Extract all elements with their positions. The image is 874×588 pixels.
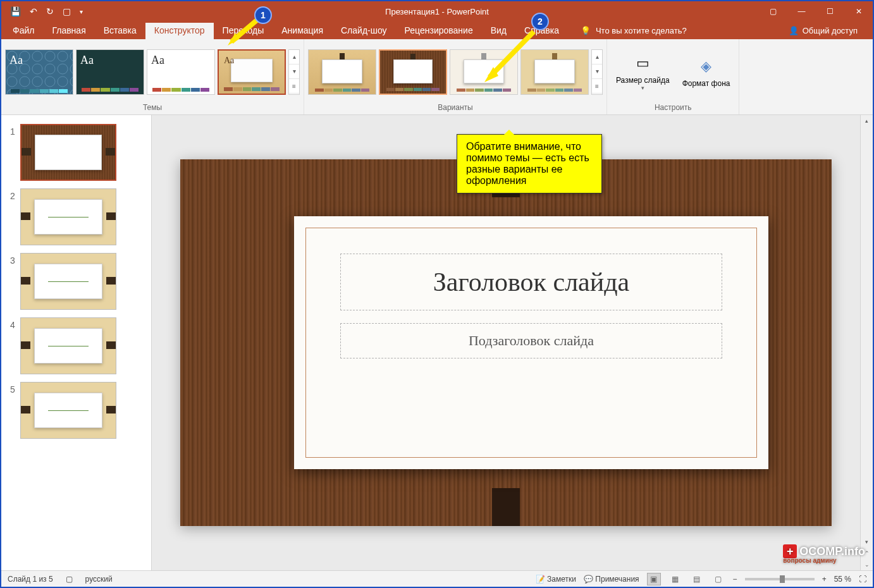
window-controls: ▢ — ☐ ✕	[759, 1, 873, 21]
tab-file[interactable]: Файл	[4, 23, 43, 39]
themes-gallery-more[interactable]: ▴ ▾ ≡	[288, 49, 300, 95]
scroll-up-icon[interactable]: ▴	[289, 50, 299, 64]
format-background-icon: ◈	[696, 56, 717, 77]
maximize-icon[interactable]: ☐	[816, 1, 844, 21]
expand-gallery-icon[interactable]: ≡	[592, 79, 602, 94]
ribbon-tabs: Файл Главная Вставка Конструктор Переход…	[1, 21, 873, 39]
ribbon-group-themes: Aa Aa Aa Aa ▴ ▾ ≡	[1, 39, 304, 114]
reading-view-icon[interactable]: ▤	[690, 573, 704, 585]
tab-review[interactable]: Рецензирование	[396, 23, 482, 39]
slide-sorter-view-icon[interactable]: ▦	[668, 573, 682, 585]
close-icon[interactable]: ✕	[844, 1, 873, 21]
slide-thumb-3[interactable]: 3	[1, 249, 151, 314]
share-icon: 👤	[789, 26, 799, 35]
scroll-up-icon[interactable]: ▴	[861, 115, 873, 126]
annotation-callout: Обратите внимание, что помимо темы — ест…	[457, 134, 602, 193]
start-from-beginning-icon[interactable]: ▢	[63, 6, 71, 16]
tab-design[interactable]: Конструктор	[145, 23, 214, 39]
variant-thumb-1[interactable]	[308, 49, 376, 95]
notes-button[interactable]: 📝 Заметки	[536, 575, 576, 584]
theme-thumb-3[interactable]: Aa	[147, 49, 215, 95]
ribbon-display-icon[interactable]: ▢	[759, 1, 787, 21]
slide-canvas: Заголовок слайда Подзаголовок слайда	[180, 159, 832, 526]
spell-check-icon[interactable]: ▢	[66, 575, 73, 584]
vertical-scrollbar[interactable]: ▴ ▾ ⌃ ⌄	[860, 115, 873, 570]
format-background-button[interactable]: ◈ Формат фона	[677, 54, 736, 90]
qat-customize-icon[interactable]: ▾	[80, 8, 83, 15]
zoom-level-label[interactable]: 55 %	[834, 575, 851, 584]
window-title: Презентация1 - PowerPoint	[385, 7, 489, 16]
status-bar: Слайд 1 из 5 ▢ русский 📝 Заметки 💬 Приме…	[1, 570, 873, 587]
slide-size-icon: ▭	[632, 53, 653, 73]
slide-thumb-1[interactable]: 1	[1, 120, 151, 185]
tab-home[interactable]: Главная	[43, 23, 94, 39]
tab-slideshow[interactable]: Слайд-шоу	[332, 23, 396, 39]
theme-thumb-4-selected[interactable]: Aa	[218, 49, 286, 95]
share-button[interactable]: 👤 Общий доступ	[789, 26, 858, 39]
ribbon-group-customize: ▭ Размер слайда ▾ ◈ Формат фона Настроит…	[607, 39, 739, 114]
quick-access-toolbar: 💾 ↶ ↻ ▢ ▾	[1, 6, 92, 16]
variants-group-label: Варианты	[308, 102, 603, 114]
fit-to-window-icon[interactable]: ⛶	[859, 575, 866, 584]
watermark: +OCOMP.info вопросы админу	[783, 544, 865, 564]
slide-size-button[interactable]: ▭ Размер слайда ▾	[611, 51, 675, 94]
slide-count-label[interactable]: Слайд 1 из 5	[8, 575, 53, 584]
ribbon-group-variants: ▴ ▾ ≡ Варианты	[304, 39, 607, 114]
slide-subtitle-placeholder[interactable]: Подзаголовок слайда	[340, 323, 723, 358]
lightbulb-icon: 💡	[581, 26, 591, 35]
language-label[interactable]: русский	[85, 575, 113, 584]
minimize-icon[interactable]: —	[787, 1, 816, 21]
zoom-slider[interactable]	[745, 578, 815, 580]
variant-thumb-2-selected[interactable]	[379, 49, 447, 95]
tab-insert[interactable]: Вставка	[95, 23, 145, 39]
slide-thumb-4[interactable]: 4	[1, 314, 151, 378]
workspace: 1 2 3 4 5 Заголовок	[1, 115, 873, 570]
slideshow-view-icon[interactable]: ▢	[711, 573, 725, 585]
slide-thumbnails-panel[interactable]: 1 2 3 4 5	[1, 115, 152, 570]
slide-title-placeholder[interactable]: Заголовок слайда	[340, 254, 723, 310]
watermark-icon: +	[783, 544, 797, 558]
undo-icon[interactable]: ↶	[30, 6, 37, 16]
save-icon[interactable]: 💾	[10, 6, 21, 16]
slide-thumb-2[interactable]: 2	[1, 185, 151, 249]
annotation-badge-2: 2	[531, 13, 549, 30]
annotation-arrow-2	[477, 27, 540, 90]
slide-paper: Заголовок слайда Подзаголовок слайда	[294, 216, 768, 469]
slide-clip-bottom	[492, 488, 520, 526]
annotation-badge-1: 1	[254, 6, 272, 24]
comments-button[interactable]: 💬 Примечания	[584, 575, 639, 584]
theme-thumb-1[interactable]: Aa	[5, 49, 73, 95]
title-bar: 💾 ↶ ↻ ▢ ▾ Презентация1 - PowerPoint ▢ — …	[1, 1, 873, 21]
zoom-in-icon[interactable]: +	[822, 575, 827, 584]
customize-group-label: Настроить	[611, 102, 735, 114]
tell-me-search[interactable]: 💡 Что вы хотите сделать?	[581, 26, 687, 39]
tab-animations[interactable]: Анимация	[273, 23, 332, 39]
zoom-out-icon[interactable]: −	[733, 575, 737, 584]
themes-group-label: Темы	[5, 102, 300, 114]
redo-icon[interactable]: ↻	[46, 6, 54, 16]
scroll-up-icon[interactable]: ▴	[592, 50, 602, 64]
slide-thumb-5[interactable]: 5	[1, 378, 151, 443]
dropdown-icon: ▾	[641, 85, 644, 91]
variants-gallery-more[interactable]: ▴ ▾ ≡	[591, 49, 603, 95]
expand-gallery-icon[interactable]: ≡	[289, 79, 299, 94]
scroll-down-icon[interactable]: ▾	[592, 64, 602, 79]
scroll-down-icon[interactable]: ▾	[289, 64, 299, 79]
theme-thumb-2[interactable]: Aa	[76, 49, 144, 95]
ribbon: Aa Aa Aa Aa ▴ ▾ ≡	[1, 39, 873, 115]
normal-view-icon[interactable]: ▣	[647, 573, 661, 585]
